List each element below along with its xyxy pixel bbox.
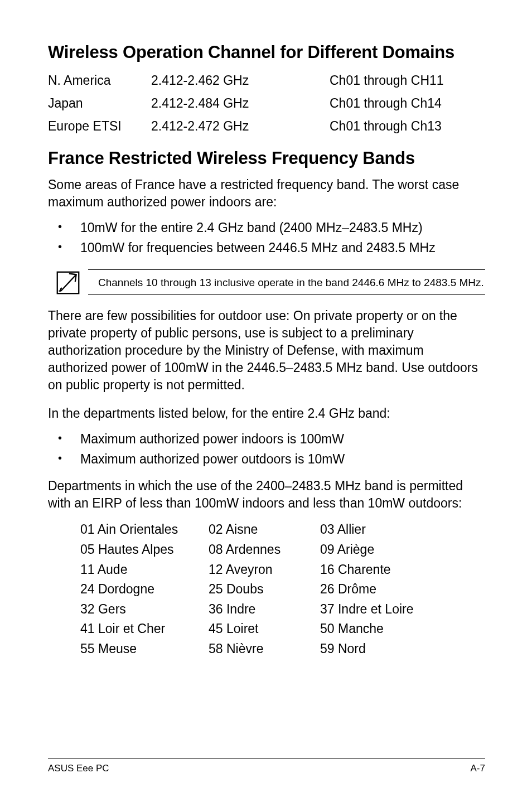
departments-table: 01 Ain Orientales 02 Aisne 03 Allier 05 … (80, 520, 485, 659)
region-cell: Europe ETSI (48, 116, 151, 137)
dept-cell: 59 Nord (320, 639, 437, 659)
note-icon (56, 269, 86, 297)
section2-title: France Restricted Wireless Frequency Ban… (48, 148, 485, 168)
intro-paragraph: Some areas of France have a restricted f… (48, 176, 485, 211)
dept-cell: 58 Nièvre (209, 639, 320, 659)
dept-cell: 55 Meuse (80, 639, 209, 659)
table-row: 01 Ain Orientales 02 Aisne 03 Allier (80, 520, 485, 540)
dept-cell: 32 Gers (80, 600, 209, 620)
dept-cell: 11 Aude (80, 560, 209, 580)
freq-cell: 2.412-2.484 GHz (151, 93, 330, 114)
list-item: Maximum authorized power outdoors is 10m… (48, 450, 485, 468)
bullet-list-1: 10mW for the entire 2.4 GHz band (2400 M… (48, 219, 485, 258)
dept-cell: 24 Dordogne (80, 579, 209, 600)
freq-cell: 2.412-2.462 GHz (151, 70, 330, 91)
page-content: Wireless Operation Channel for Different… (0, 0, 532, 802)
channels-cell: Ch01 through Ch13 (330, 116, 485, 137)
paragraph-2: There are few possibilities for outdoor … (48, 307, 485, 394)
list-item: Maximum authorized power indoors is 100m… (48, 430, 485, 448)
dept-cell: 02 Aisne (209, 520, 320, 540)
table-row: Europe ETSI 2.412-2.472 GHz Ch01 through… (48, 116, 485, 137)
freq-cell: 2.412-2.472 GHz (151, 116, 330, 137)
table-row: 41 Loir et Cher 45 Loiret 50 Manche (80, 619, 485, 639)
dept-cell: 37 Indre et Loire (320, 600, 437, 620)
table-row: N. America 2.412-2.462 GHz Ch01 through … (48, 70, 485, 91)
footer-right: A-7 (471, 763, 485, 774)
dept-cell: 05 Hautes Alpes (80, 540, 209, 560)
dept-cell: 50 Manche (320, 619, 437, 639)
dept-cell: 41 Loir et Cher (80, 619, 209, 639)
list-item: 100mW for frequencies between 2446.5 MHz… (48, 239, 485, 257)
dept-cell: 45 Loiret (209, 619, 320, 639)
table-row: 11 Aude 12 Aveyron 16 Charente (80, 560, 485, 580)
dept-cell: 36 Indre (209, 600, 320, 620)
paragraph-3: In the departments listed below, for the… (48, 405, 485, 422)
table-row: 55 Meuse 58 Nièvre 59 Nord (80, 639, 485, 659)
note-text: Channels 10 through 13 inclusive operate… (98, 276, 485, 290)
footer-left: ASUS Eee PC (48, 763, 109, 774)
table-row: 32 Gers 36 Indre 37 Indre et Loire (80, 600, 485, 620)
table-row: Japan 2.412-2.484 GHz Ch01 through Ch14 (48, 93, 485, 114)
page-footer: ASUS Eee PC A-7 (48, 758, 485, 774)
dept-cell: 08 Ardennes (209, 540, 320, 560)
dept-cell: 01 Ain Orientales (80, 520, 209, 540)
dept-cell: 25 Doubs (209, 579, 320, 600)
dept-cell: 26 Drôme (320, 579, 437, 600)
bullet-list-2: Maximum authorized power indoors is 100m… (48, 430, 485, 470)
paragraph-4: Departments in which the use of the 2400… (48, 477, 485, 512)
dept-cell: 09 Ariège (320, 540, 437, 560)
note-block: Channels 10 through 13 inclusive operate… (56, 269, 485, 297)
section1-title: Wireless Operation Channel for Different… (48, 42, 485, 62)
channels-cell: Ch01 through Ch14 (330, 93, 485, 114)
region-cell: Japan (48, 93, 151, 114)
table-row: 05 Hautes Alpes 08 Ardennes 09 Ariège (80, 540, 485, 560)
frequency-table: N. America 2.412-2.462 GHz Ch01 through … (48, 70, 485, 138)
list-item: 10mW for the entire 2.4 GHz band (2400 M… (48, 219, 485, 237)
dept-cell: 12 Aveyron (209, 560, 320, 580)
table-row: 24 Dordogne 25 Doubs 26 Drôme (80, 579, 485, 600)
dept-cell: 16 Charente (320, 560, 437, 580)
dept-cell: 03 Allier (320, 520, 437, 540)
region-cell: N. America (48, 70, 151, 91)
channels-cell: Ch01 through CH11 (330, 70, 485, 91)
